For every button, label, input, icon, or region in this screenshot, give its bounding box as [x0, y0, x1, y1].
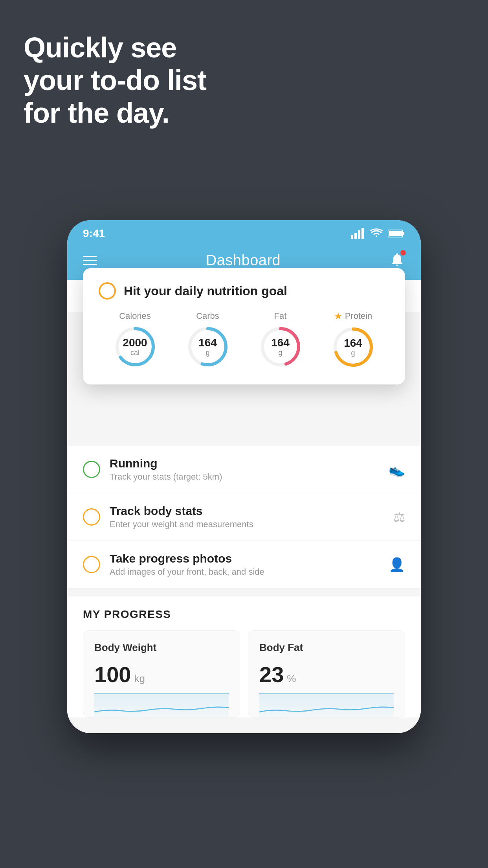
- todo-text: Take progress photos Add images of your …: [110, 552, 264, 577]
- my-progress-section: MY PROGRESS Body Weight 100 kg Body Fat …: [67, 596, 421, 717]
- status-bar: 9:41: [67, 220, 421, 244]
- todo-item[interactable]: Track body stats Enter your weight and m…: [67, 493, 421, 541]
- donut-unit: g: [198, 349, 217, 357]
- todo-circle: [83, 508, 100, 526]
- progress-heading: MY PROGRESS: [83, 608, 405, 621]
- status-icons: [351, 228, 405, 239]
- progress-value: 100 kg: [94, 662, 229, 687]
- hero-line3: for the day.: [24, 97, 206, 129]
- progress-value: 23 %: [259, 662, 394, 687]
- progress-number: 100: [94, 662, 131, 687]
- nutrition-check-circle[interactable]: [99, 282, 116, 300]
- donut-value: 164: [198, 337, 217, 349]
- todo-item[interactable]: Running Track your stats (target: 5km) 👟: [67, 446, 421, 493]
- nutrition-stat-calories: Calories 2000 cal: [114, 311, 157, 368]
- todo-icon: 👟: [389, 462, 405, 477]
- todo-title: Track body stats: [110, 504, 253, 518]
- notification-dot: [400, 250, 406, 256]
- todo-text: Track body stats Enter your weight and m…: [110, 504, 253, 530]
- time: 9:41: [83, 227, 105, 240]
- todo-item[interactable]: Take progress photos Add images of your …: [67, 541, 421, 588]
- nutrition-stat-carbs: Carbs 164 g: [186, 311, 229, 368]
- todo-icon: 👤: [389, 557, 405, 572]
- progress-unit: %: [287, 673, 296, 685]
- todo-subtitle: Add images of your front, back, and side: [110, 567, 264, 577]
- nutrition-card: Hit your daily nutrition goal Calories 2…: [83, 268, 405, 384]
- donut-chart-protein: 164 g: [332, 326, 375, 369]
- signal-icon: [351, 228, 365, 239]
- battery-icon: [388, 229, 405, 238]
- progress-chart: [94, 693, 229, 717]
- donut-unit: g: [344, 349, 362, 357]
- donut-value: 164: [271, 337, 290, 349]
- todo-title: Take progress photos: [110, 552, 264, 565]
- progress-chart: [259, 693, 394, 717]
- todo-text: Running Track your stats (target: 5km): [110, 457, 222, 482]
- progress-card[interactable]: Body Fat 23 %: [248, 630, 405, 717]
- stat-label-fat: Fat: [274, 311, 287, 321]
- wifi-icon: [370, 228, 383, 239]
- svg-rect-6: [403, 232, 404, 235]
- progress-card[interactable]: Body Weight 100 kg: [83, 630, 240, 717]
- donut-value: 2000: [123, 337, 147, 349]
- progress-card-title: Body Fat: [259, 642, 394, 654]
- phone-mockup: 9:41: [67, 220, 421, 733]
- nutrition-card-header: Hit your daily nutrition goal: [99, 282, 389, 300]
- stat-label-protein: ★Protein: [334, 311, 372, 322]
- nutrition-stats: Calories 2000 cal Carbs 164 g Fat 164 g …: [99, 311, 389, 369]
- notification-button[interactable]: [389, 252, 405, 269]
- todo-title: Running: [110, 457, 222, 470]
- todo-list: Running Track your stats (target: 5km) 👟…: [67, 446, 421, 588]
- nutrition-stat-fat: Fat 164 g: [259, 311, 302, 368]
- svg-rect-5: [389, 231, 402, 236]
- donut-chart-calories: 2000 cal: [114, 325, 157, 368]
- todo-circle: [83, 556, 100, 573]
- progress-unit: kg: [134, 673, 145, 685]
- donut-unit: g: [271, 349, 290, 357]
- svg-rect-1: [354, 233, 357, 239]
- todo-subtitle: Enter your weight and measurements: [110, 519, 253, 530]
- donut-chart-fat: 164 g: [259, 325, 302, 368]
- nutrition-card-title: Hit your daily nutrition goal: [124, 284, 287, 298]
- hero-line2: your to-do list: [24, 64, 206, 97]
- progress-number: 23: [259, 662, 284, 687]
- stat-label-calories: Calories: [119, 311, 151, 321]
- donut-unit: cal: [123, 349, 147, 357]
- hero-line1: Quickly see: [24, 31, 206, 64]
- hero-text: Quickly see your to-do list for the day.: [24, 31, 206, 129]
- nutrition-stat-protein: ★Protein 164 g: [332, 311, 375, 369]
- nav-title: Dashboard: [206, 252, 281, 269]
- progress-card-title: Body Weight: [94, 642, 229, 654]
- progress-cards: Body Weight 100 kg Body Fat 23 %: [83, 630, 405, 717]
- todo-circle: [83, 461, 100, 478]
- donut-chart-carbs: 164 g: [186, 325, 229, 368]
- todo-icon: ⚖: [393, 509, 405, 525]
- hamburger-menu-button[interactable]: [83, 256, 97, 265]
- svg-rect-3: [361, 228, 364, 239]
- svg-rect-0: [351, 235, 353, 239]
- content-area: THINGS TO DO TODAY Hit your daily nutrit…: [67, 280, 421, 733]
- star-icon: ★: [334, 311, 343, 322]
- svg-rect-2: [358, 230, 360, 239]
- todo-subtitle: Track your stats (target: 5km): [110, 472, 222, 482]
- donut-value: 164: [344, 337, 362, 349]
- stat-label-carbs: Carbs: [196, 311, 219, 321]
